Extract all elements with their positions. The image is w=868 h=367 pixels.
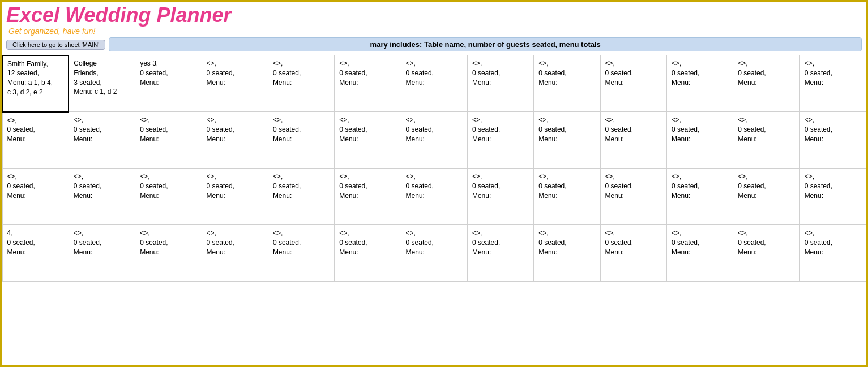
table-cell: <>,0 seated,Menu: (534, 225, 600, 282)
table-cell: <>,0 seated,Menu: (600, 225, 666, 282)
grid-container: Smith Family,12 seated,Menu: a 1, b 4,c … (2, 55, 866, 282)
table-cell: <>,0 seated,Menu: (799, 225, 866, 282)
table-cell: <>,0 seated,Menu: (467, 169, 533, 225)
table-cell: <>,0 seated,Menu: (135, 225, 202, 282)
table-cell: <>,0 seated,Menu: (733, 55, 799, 112)
table-cell: Smith Family,12 seated,Menu: a 1, b 4,c … (2, 55, 69, 112)
table-cell: <>,0 seated,Menu: (202, 112, 268, 169)
table-cell: <>,0 seated,Menu: (69, 112, 135, 169)
nav-bar: Click here to go to sheet 'MAIN' mary in… (2, 37, 866, 53)
table-cell: <>,0 seated,Menu: (268, 55, 334, 112)
table-cell: <>,0 seated,Menu: (534, 112, 600, 169)
table-cell: <>,0 seated,Menu: (467, 55, 533, 112)
table-cell: <>,0 seated,Menu: (534, 169, 600, 225)
table-cell: <>,0 seated,Menu: (335, 169, 401, 225)
table-cell: <>,0 seated,Menu: (69, 225, 135, 282)
table-cell: <>,0 seated,Menu: (268, 225, 334, 282)
header: Excel Wedding Planner Get organized, hav… (2, 2, 866, 36)
table-cell: <>,0 seated,Menu: (467, 112, 533, 169)
table-cell: 4,0 seated,Menu: (2, 225, 69, 282)
table-cell: <>,0 seated,Menu: (202, 55, 268, 112)
main-sheet-button[interactable]: Click here to go to sheet 'MAIN' (6, 40, 105, 50)
app-subtitle: Get organized, have fun! (8, 27, 862, 36)
table-cell: <>,0 seated,Menu: (335, 225, 401, 282)
table-cell: <>,0 seated,Menu: (600, 55, 666, 112)
table-cell: <>,0 seated,Menu: (2, 169, 69, 225)
table-cell: <>,0 seated,Menu: (666, 225, 733, 282)
app-title: Excel Wedding Planner (6, 4, 862, 27)
table-grid: Smith Family,12 seated,Menu: a 1, b 4,c … (2, 55, 866, 282)
table-cell: <>,0 seated,Menu: (666, 55, 733, 112)
table-cell: <>,0 seated,Menu: (600, 169, 666, 225)
table-cell: <>,0 seated,Menu: (733, 112, 799, 169)
table-cell: <>,0 seated,Menu: (401, 112, 467, 169)
table-cell: <>,0 seated,Menu: (401, 169, 467, 225)
table-cell: <>,0 seated,Menu: (335, 55, 401, 112)
table-cell: <>,0 seated,Menu: (666, 169, 733, 225)
table-cell: <>,0 seated,Menu: (2, 112, 69, 169)
info-bar: mary includes: Table name, number of gue… (109, 37, 862, 51)
table-cell: <>,0 seated,Menu: (268, 169, 334, 225)
table-cell: <>,0 seated,Menu: (467, 225, 533, 282)
table-cell: <>,0 seated,Menu: (799, 169, 866, 225)
table-cell: <>,0 seated,Menu: (135, 112, 202, 169)
table-cell: <>,0 seated,Menu: (600, 112, 666, 169)
table-cell: <>,0 seated,Menu: (666, 112, 733, 169)
table-cell: CollegeFriends,3 seated,Menu: c 1, d 2 (69, 55, 135, 112)
table-cell: <>,0 seated,Menu: (202, 225, 268, 282)
table-cell: <>,0 seated,Menu: (401, 55, 467, 112)
table-cell: <>,0 seated,Menu: (135, 169, 202, 225)
table-cell: <>,0 seated,Menu: (733, 225, 799, 282)
table-cell: <>,0 seated,Menu: (69, 169, 135, 225)
table-cell: <>,0 seated,Menu: (401, 225, 467, 282)
table-cell: yes 3,0 seated,Menu: (135, 55, 202, 112)
table-cell: <>,0 seated,Menu: (534, 55, 600, 112)
table-cell: <>,0 seated,Menu: (202, 169, 268, 225)
table-cell: <>,0 seated,Menu: (733, 169, 799, 225)
table-cell: <>,0 seated,Menu: (268, 112, 334, 169)
table-cell: <>,0 seated,Menu: (799, 112, 866, 169)
table-cell: <>,0 seated,Menu: (799, 55, 866, 112)
table-cell: <>,0 seated,Menu: (335, 112, 401, 169)
